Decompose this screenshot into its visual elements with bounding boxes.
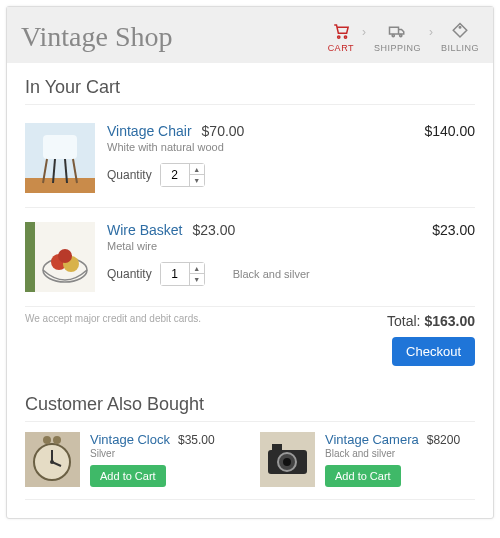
svg-rect-30 xyxy=(272,444,282,450)
svg-rect-2 xyxy=(390,27,399,34)
checkout-window: Vintage Shop CART › SHIPPING › BILLING I… xyxy=(6,6,494,519)
svg-rect-14 xyxy=(25,222,35,292)
svg-point-5 xyxy=(459,26,461,28)
also-item-description: Silver xyxy=(90,448,215,459)
also-item-price: $8200 xyxy=(427,433,460,447)
step-shipping[interactable]: SHIPPING xyxy=(374,22,421,53)
qty-up-button[interactable]: ▲ xyxy=(190,164,204,175)
product-thumbnail xyxy=(260,432,315,487)
step-label: CART xyxy=(328,43,354,53)
also-item-description: Black and silver xyxy=(325,448,460,459)
qty-down-button[interactable]: ▼ xyxy=(190,175,204,186)
step-billing[interactable]: BILLING xyxy=(441,22,479,53)
also-bought-title: Customer Also Bought xyxy=(25,394,475,422)
item-description: Metal wire xyxy=(107,240,405,252)
product-thumbnail xyxy=(25,432,80,487)
content: In Your Cart Vintage Chair $70.00 White … xyxy=(7,63,493,518)
qty-up-button[interactable]: ▲ xyxy=(190,263,204,274)
item-line-total: $23.00 xyxy=(405,222,475,292)
svg-point-0 xyxy=(337,35,339,37)
step-cart[interactable]: CART xyxy=(328,22,354,53)
svg-point-25 xyxy=(53,436,61,444)
total-value: $163.00 xyxy=(424,313,475,329)
add-to-cart-button[interactable]: Add to Cart xyxy=(90,465,166,487)
qty-down-button[interactable]: ▼ xyxy=(190,274,204,285)
item-description: White with natural wood xyxy=(107,141,405,153)
cart-item: Wire Basket $23.00 Metal wire Quantity ▲… xyxy=(25,214,475,307)
svg-rect-7 xyxy=(25,178,95,193)
step-label: BILLING xyxy=(441,43,479,53)
svg-point-24 xyxy=(43,436,51,444)
quantity-label: Quantity xyxy=(107,267,152,281)
also-item-title-link[interactable]: Vintage Clock xyxy=(90,432,170,447)
svg-point-29 xyxy=(283,458,291,466)
cart-icon xyxy=(331,22,351,40)
item-title-link[interactable]: Wire Basket xyxy=(107,222,182,238)
step-label: SHIPPING xyxy=(374,43,421,53)
chevron-right-icon: › xyxy=(429,25,433,39)
item-unit-price: $70.00 xyxy=(202,123,245,139)
item-title-link[interactable]: Vintage Chair xyxy=(107,123,192,139)
also-item: Vintage Clock $35.00 Silver Add to Cart xyxy=(25,432,240,487)
svg-rect-8 xyxy=(43,135,77,159)
item-line-total: $140.00 xyxy=(405,123,475,193)
svg-point-3 xyxy=(393,34,395,36)
quantity-input[interactable] xyxy=(161,164,189,186)
checkout-steps: CART › SHIPPING › BILLING xyxy=(328,22,479,53)
quantity-label: Quantity xyxy=(107,168,152,182)
add-to-cart-button[interactable]: Add to Cart xyxy=(325,465,401,487)
quantity-input[interactable] xyxy=(161,263,189,285)
quantity-stepper[interactable]: ▲ ▼ xyxy=(160,163,205,187)
total-label: Total: xyxy=(387,313,420,329)
svg-point-18 xyxy=(58,249,72,263)
cart-title: In Your Cart xyxy=(25,77,475,105)
also-item: Vintage Camera $8200 Black and silver Ad… xyxy=(260,432,475,487)
chevron-right-icon: › xyxy=(362,25,366,39)
item-unit-price: $23.00 xyxy=(192,222,235,238)
quantity-stepper[interactable]: ▲ ▼ xyxy=(160,262,205,286)
product-thumbnail xyxy=(25,123,95,193)
svg-point-1 xyxy=(344,35,346,37)
truck-icon xyxy=(387,22,407,40)
header: Vintage Shop CART › SHIPPING › BILLING xyxy=(7,7,493,63)
shop-logo: Vintage Shop xyxy=(21,21,173,53)
item-variant: Black and silver xyxy=(233,268,310,280)
checkout-button[interactable]: Checkout xyxy=(392,337,475,366)
product-thumbnail xyxy=(25,222,95,292)
svg-point-4 xyxy=(400,34,402,36)
payment-accept-note: We accept major credit and debit cards. xyxy=(25,313,201,324)
also-item-title-link[interactable]: Vintage Camera xyxy=(325,432,419,447)
tag-icon xyxy=(450,22,470,40)
also-item-price: $35.00 xyxy=(178,433,215,447)
cart-item: Vintage Chair $70.00 White with natural … xyxy=(25,115,475,208)
